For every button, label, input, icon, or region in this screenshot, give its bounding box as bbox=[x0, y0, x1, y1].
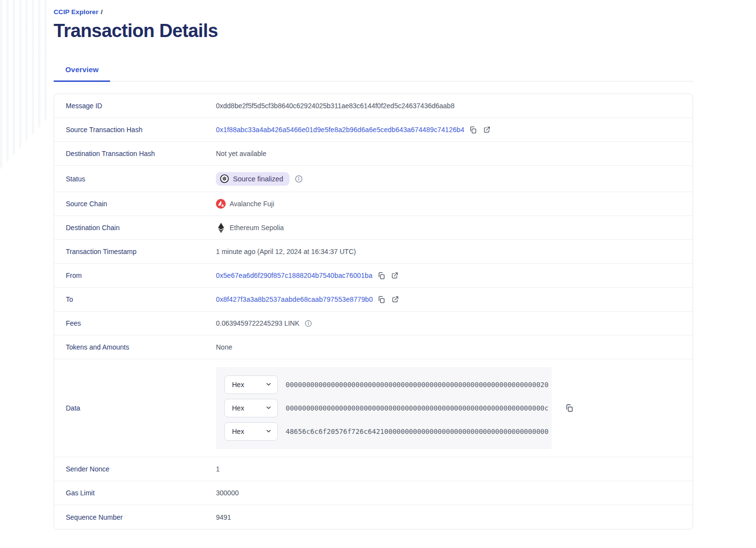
copy-icon[interactable] bbox=[376, 271, 386, 280]
tab-overview[interactable]: Overview bbox=[54, 65, 110, 81]
message-id-value: 0xdd8be2f5f5d5cf3b8640c62924025b311ae83c… bbox=[216, 102, 454, 110]
external-link-icon[interactable] bbox=[482, 125, 492, 135]
breadcrumb-link-ccip-explorer[interactable]: CCIP Explorer bbox=[54, 8, 98, 16]
row-label: Data bbox=[54, 404, 216, 412]
row-source-chain: Source Chain Avalanche Fuji bbox=[54, 192, 693, 216]
timestamp-value: 1 minute ago (April 12, 2024 at 16:34:37… bbox=[216, 248, 356, 255]
data-line: Hex 000000000000000000000000000000000000… bbox=[224, 375, 543, 394]
row-transaction-timestamp: Transaction Timestamp 1 minute ago (Apri… bbox=[54, 240, 693, 264]
row-label: Sequence Number bbox=[54, 513, 216, 521]
row-label: To bbox=[54, 295, 216, 303]
data-hex-box: Hex 000000000000000000000000000000000000… bbox=[216, 367, 552, 449]
tab-bar: Overview bbox=[54, 65, 693, 81]
chevron-down-icon bbox=[266, 428, 271, 435]
row-from: From 0x5e67ea6d6f290f857c1888204b7540bac… bbox=[54, 264, 693, 288]
row-status: Status Source finalized bbox=[54, 166, 693, 192]
row-gas-limit: Gas Limit 300000 bbox=[54, 481, 693, 505]
external-link-icon[interactable] bbox=[390, 294, 400, 304]
row-label: Status bbox=[54, 175, 216, 183]
data-hex-value: 0000000000000000000000000000000000000000… bbox=[286, 381, 548, 389]
row-data: Data Hex 0000000000000000000000000000000… bbox=[54, 359, 693, 457]
row-label: Source Chain bbox=[54, 200, 216, 208]
row-source-transaction-hash: Source Transaction Hash 0x1f88abc33a4ab4… bbox=[54, 118, 693, 142]
breadcrumb: CCIP Explorer/ bbox=[54, 0, 693, 16]
destination-chain-name: Ethereum Sepolia bbox=[230, 224, 284, 232]
row-label: Destination Chain bbox=[54, 224, 216, 232]
row-label: Source Transaction Hash bbox=[54, 126, 216, 134]
row-tokens-and-amounts: Tokens and Amounts None bbox=[54, 335, 693, 359]
data-line: Hex 000000000000000000000000000000000000… bbox=[224, 399, 543, 417]
row-label: Message ID bbox=[54, 102, 216, 110]
finalized-circle-icon bbox=[220, 174, 229, 183]
copy-icon[interactable] bbox=[468, 125, 478, 135]
from-address-link[interactable]: 0x5e67ea6d6f290f857c1888204b7540bac76001… bbox=[216, 272, 372, 279]
row-label: Tokens and Amounts bbox=[54, 343, 216, 351]
row-sequence-number: Sequence Number 9491 bbox=[54, 505, 693, 529]
chevron-down-icon bbox=[266, 404, 271, 412]
sender-nonce-value: 1 bbox=[216, 465, 220, 473]
tokens-and-amounts-value: None bbox=[216, 343, 232, 351]
row-destination-transaction-hash: Destination Transaction Hash Not yet ava… bbox=[54, 142, 693, 166]
data-line: Hex 48656c6c6f20576f726c6421000000000000… bbox=[224, 422, 543, 441]
to-address-link[interactable]: 0x8f427f3a3a8b2537aabde68caab797553e8779… bbox=[216, 295, 373, 303]
transaction-details-card: Message ID 0xdd8be2f5f5d5cf3b8640c629240… bbox=[54, 94, 693, 529]
encoding-select[interactable]: Hex bbox=[224, 375, 278, 394]
row-label: From bbox=[54, 272, 216, 279]
row-destination-chain: Destination Chain Ethereum Sepolia bbox=[54, 216, 693, 240]
page-container: CCIP Explorer/ Transaction Details Overv… bbox=[54, 0, 693, 542]
background-stripes-decoration bbox=[0, 0, 47, 170]
row-label: Destination Transaction Hash bbox=[54, 150, 216, 157]
info-icon[interactable] bbox=[305, 320, 312, 327]
row-to: To 0x8f427f3a3a8b2537aabde68caab797553e8… bbox=[54, 288, 693, 312]
gas-limit-value: 300000 bbox=[216, 489, 239, 497]
avalanche-icon bbox=[216, 199, 226, 209]
source-chain-name: Avalanche Fuji bbox=[230, 200, 274, 208]
destination-tx-hash-value: Not yet available bbox=[216, 150, 267, 157]
row-message-id: Message ID 0xdd8be2f5f5d5cf3b8640c629240… bbox=[54, 94, 693, 118]
fees-value: 0.0639459722245293 LINK bbox=[216, 319, 299, 327]
status-badge: Source finalized bbox=[216, 172, 290, 186]
info-icon[interactable] bbox=[295, 175, 303, 183]
encoding-select[interactable]: Hex bbox=[224, 422, 278, 441]
encoding-select[interactable]: Hex bbox=[224, 399, 278, 417]
encoding-select-value: Hex bbox=[232, 381, 244, 389]
external-link-icon[interactable] bbox=[390, 271, 400, 280]
row-fees: Fees 0.0639459722245293 LINK bbox=[54, 312, 693, 335]
ethereum-icon bbox=[216, 223, 226, 233]
row-label: Fees bbox=[54, 319, 216, 327]
data-hex-value: 48656c6c6f20576f726c64210000000000000000… bbox=[286, 428, 548, 435]
page-title: Transaction Details bbox=[54, 20, 693, 41]
data-hex-value: 0000000000000000000000000000000000000000… bbox=[286, 404, 548, 412]
copy-icon[interactable] bbox=[377, 294, 387, 304]
encoding-select-value: Hex bbox=[232, 404, 244, 412]
status-badge-label: Source finalized bbox=[233, 174, 283, 184]
row-sender-nonce: Sender Nonce 1 bbox=[54, 457, 693, 481]
encoding-select-value: Hex bbox=[232, 428, 244, 435]
sequence-number-value: 9491 bbox=[216, 513, 231, 521]
chevron-down-icon bbox=[266, 381, 271, 389]
source-tx-hash-link[interactable]: 0x1f88abc33a4ab426a5466e01d9e5fe8a2b96d6… bbox=[216, 126, 465, 134]
copy-icon[interactable] bbox=[564, 403, 574, 413]
breadcrumb-separator: / bbox=[101, 8, 103, 16]
row-label: Sender Nonce bbox=[54, 465, 216, 473]
row-label: Transaction Timestamp bbox=[54, 248, 216, 255]
row-label: Gas Limit bbox=[54, 489, 216, 497]
